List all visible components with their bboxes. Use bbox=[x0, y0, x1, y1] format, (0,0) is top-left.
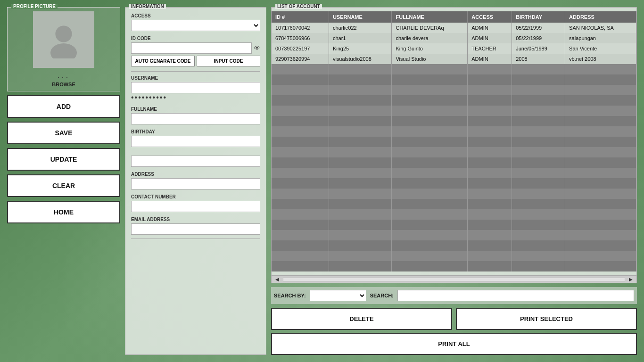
username-input[interactable] bbox=[131, 82, 260, 93]
birthday-input[interactable] bbox=[131, 136, 260, 147]
address-input[interactable] bbox=[131, 178, 260, 189]
scroll-right-arrow[interactable]: ▶ bbox=[627, 277, 635, 282]
table-cell-empty bbox=[272, 157, 329, 168]
scroll-left-arrow[interactable]: ◀ bbox=[273, 277, 281, 282]
table-cell[interactable]: charlie devera bbox=[392, 33, 468, 43]
table-row[interactable] bbox=[272, 189, 636, 199]
table-cell[interactable]: 678475006966 bbox=[272, 33, 329, 43]
table-cell[interactable]: charlie022 bbox=[329, 23, 392, 33]
table-cell[interactable]: 05/22/1999 bbox=[512, 23, 565, 33]
table-cell-empty bbox=[512, 157, 565, 168]
table-row[interactable] bbox=[272, 199, 636, 209]
table-cell[interactable]: salapungan bbox=[565, 33, 636, 43]
table-row[interactable] bbox=[272, 147, 636, 157]
table-cell[interactable]: King25 bbox=[329, 43, 392, 54]
table-row[interactable] bbox=[272, 157, 636, 168]
table-cell[interactable]: June/05/1989 bbox=[512, 43, 565, 54]
table-row[interactable]: 107176070042charlie022CHARLIE DEVERAqADM… bbox=[272, 23, 636, 33]
horizontal-scrollbar[interactable]: ◀ ▶ bbox=[272, 275, 636, 283]
home-button[interactable]: HOME bbox=[7, 201, 120, 223]
table-cell[interactable]: San Vicente bbox=[565, 43, 636, 54]
table-cell[interactable]: TEACHER bbox=[468, 43, 512, 54]
input-code-button[interactable]: INPUT CODE bbox=[197, 56, 260, 66]
table-cell-empty bbox=[512, 199, 565, 209]
table-cell-empty bbox=[329, 251, 392, 261]
profile-picture-label: PROFILE PICTURE bbox=[11, 4, 58, 9]
table-cell-empty bbox=[272, 220, 329, 230]
auto-generate-button[interactable]: AUTO GENARATE CODE bbox=[131, 56, 195, 66]
search-by-select[interactable]: ID # USERNAME FULLNAME ACCESS bbox=[310, 290, 366, 301]
print-all-button[interactable]: PRINT ALL bbox=[271, 333, 637, 355]
search-by-label: SEARCH BY: bbox=[274, 293, 306, 298]
svg-point-0 bbox=[55, 25, 72, 42]
table-cell-empty bbox=[468, 251, 512, 261]
table-cell[interactable]: ADMIN bbox=[468, 54, 512, 64]
table-cell-empty bbox=[468, 261, 512, 272]
access-group: ACCESS ADMIN TEACHER bbox=[131, 13, 260, 31]
table-cell-empty bbox=[272, 116, 329, 126]
table-row[interactable]: 007390225197King25King GuintoTEACHERJune… bbox=[272, 43, 636, 54]
table-row[interactable] bbox=[272, 251, 636, 261]
email-input[interactable] bbox=[131, 223, 260, 235]
save-button[interactable]: SAVE bbox=[7, 122, 120, 144]
table-cell[interactable]: 007390225197 bbox=[272, 43, 329, 54]
contact-number-input[interactable] bbox=[131, 201, 260, 212]
table-cell[interactable]: CHARLIE DEVERAq bbox=[392, 23, 468, 33]
table-cell-empty bbox=[468, 240, 512, 251]
table-cell[interactable]: King Guinto bbox=[392, 43, 468, 54]
scroll-track[interactable] bbox=[283, 278, 625, 281]
table-row[interactable] bbox=[272, 240, 636, 251]
table-cell[interactable]: vb.net 2008 bbox=[565, 54, 636, 64]
add-button[interactable]: ADD bbox=[7, 95, 120, 118]
browse-area[interactable]: ... BROWSE bbox=[11, 71, 116, 87]
table-cell-empty bbox=[329, 74, 392, 85]
update-button[interactable]: UPDATE bbox=[7, 148, 120, 171]
table-cell[interactable]: SAN NICOLAS, SA bbox=[565, 23, 636, 33]
eye-icon[interactable]: 👁 bbox=[254, 44, 260, 52]
table-cell[interactable]: Visual Studio bbox=[392, 54, 468, 64]
table-cell[interactable]: visualstudio2008 bbox=[329, 54, 392, 64]
table-row[interactable] bbox=[272, 168, 636, 178]
access-select[interactable]: ADMIN TEACHER bbox=[131, 20, 260, 31]
table-cell[interactable]: 107176070042 bbox=[272, 23, 329, 33]
table-cell-empty bbox=[468, 230, 512, 240]
table-cell-empty bbox=[392, 251, 468, 261]
table-cell[interactable]: 05/22/1999 bbox=[512, 33, 565, 43]
table-row[interactable] bbox=[272, 261, 636, 272]
table-cell-empty bbox=[512, 240, 565, 251]
clear-button[interactable]: CLEAR bbox=[7, 174, 120, 197]
table-row[interactable] bbox=[272, 85, 636, 95]
table-cell-empty bbox=[392, 74, 468, 85]
table-cell[interactable]: char1 bbox=[329, 33, 392, 43]
table-cell[interactable]: ADMIN bbox=[468, 33, 512, 43]
address-group: ADDRESS bbox=[131, 172, 260, 189]
table-cell[interactable]: ADMIN bbox=[468, 23, 512, 33]
fullname-input[interactable] bbox=[131, 113, 260, 124]
table-row[interactable]: 929073620994visualstudio2008Visual Studi… bbox=[272, 54, 636, 64]
search-input[interactable] bbox=[397, 290, 634, 301]
birthday-input2[interactable] bbox=[131, 156, 260, 167]
table-cell-empty bbox=[392, 85, 468, 95]
table-cell-empty bbox=[329, 199, 392, 209]
table-row[interactable]: 678475006966char1charlie deveraADMIN05/2… bbox=[272, 33, 636, 43]
print-selected-button[interactable]: PRINT SELECTED bbox=[456, 308, 637, 330]
table-row[interactable] bbox=[272, 230, 636, 240]
delete-button[interactable]: DELETE bbox=[271, 308, 452, 330]
table-row[interactable] bbox=[272, 64, 636, 74]
table-cell[interactable]: 2008 bbox=[512, 54, 565, 64]
table-row[interactable] bbox=[272, 220, 636, 230]
table-cell-empty bbox=[565, 189, 636, 199]
table-row[interactable] bbox=[272, 209, 636, 220]
table-cell-empty bbox=[565, 95, 636, 106]
table-cell[interactable]: 929073620994 bbox=[272, 54, 329, 64]
table-row[interactable] bbox=[272, 178, 636, 189]
browse-label[interactable]: BROWSE bbox=[52, 82, 75, 87]
table-row[interactable] bbox=[272, 95, 636, 106]
table-cell-empty bbox=[272, 189, 329, 199]
id-code-input[interactable] bbox=[131, 42, 252, 54]
table-row[interactable] bbox=[272, 116, 636, 126]
table-row[interactable] bbox=[272, 74, 636, 85]
table-row[interactable] bbox=[272, 137, 636, 147]
table-row[interactable] bbox=[272, 106, 636, 116]
table-row[interactable] bbox=[272, 126, 636, 137]
